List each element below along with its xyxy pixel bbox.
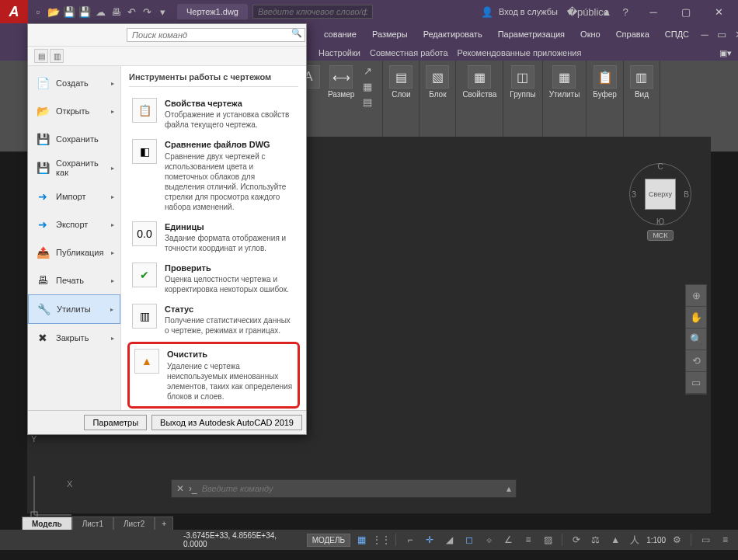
qat-dropdown-icon[interactable]: ▾ [155, 5, 169, 19]
command-line[interactable]: ✕ ›_ ▴ [171, 479, 517, 498]
nav-pan-icon[interactable]: ✋ [686, 307, 706, 329]
qat-saveas-icon[interactable]: 💾 [78, 5, 92, 19]
nav-wheel-icon[interactable]: ⊕ [686, 285, 706, 307]
menu-edit[interactable]: Редактировать [416, 26, 489, 42]
tab-sheet2[interactable]: Лист2 [113, 517, 155, 530]
cmd-close-icon[interactable]: ✕ [176, 483, 184, 494]
menu-item-new[interactable]: 📄Создать▸ [28, 69, 120, 97]
transparency-icon[interactable]: ▨ [540, 532, 556, 548]
menu-item-publish[interactable]: 📤Публикация▸ [28, 238, 120, 266]
ribbon-dimension-button[interactable]: ⟷Размер [326, 64, 356, 100]
ucs-label[interactable]: МСК [647, 230, 673, 241]
qat-plot-icon[interactable]: 🖶 [109, 5, 123, 19]
minimize-button[interactable]: ─ [637, 1, 670, 23]
login-service-link[interactable]: Вход в службы [499, 7, 558, 16]
signin-icon[interactable]: 👤 [480, 5, 494, 19]
lwt-icon[interactable]: ≡ [520, 532, 536, 548]
3dosnap-icon[interactable]: ⟐ [481, 532, 497, 548]
recent-docs-icon[interactable]: ▤ [34, 49, 48, 63]
table-icon[interactable]: ▦ [360, 79, 374, 93]
tab-add[interactable]: + [155, 517, 173, 530]
viewcube-face-top[interactable]: Сверху [645, 179, 676, 210]
anvis-icon[interactable]: 人 [627, 532, 643, 548]
grid-icon[interactable]: ▦ [353, 532, 370, 548]
customize-icon[interactable]: ≡ [717, 532, 733, 548]
otrack-icon[interactable]: ∠ [500, 532, 517, 548]
ribbon-collapse-icon[interactable]: ▣▾ [719, 48, 738, 58]
ribbon-view-button[interactable]: ▥Вид [628, 64, 655, 100]
ribbon-tab-featured[interactable]: Рекомендованные приложения [458, 48, 582, 57]
maximize-button[interactable]: ▢ [670, 1, 702, 23]
menu-item-saveas[interactable]: 💾Сохранить как▸ [28, 153, 120, 183]
qat-save-icon[interactable]: 💾 [62, 5, 76, 19]
tool-drawing-properties[interactable]: 📋 Свойства чертежаОтображение и установк… [129, 93, 298, 134]
app-logo[interactable]: A [0, 0, 28, 23]
exchange-icon[interactable]: �público [581, 5, 595, 19]
space-badge[interactable]: МОДЕЛЬ [307, 534, 350, 547]
menu-spds[interactable]: СПДС [658, 26, 696, 42]
exit-button[interactable]: Выход из Autodesk AutoCAD 2019 [151, 415, 302, 430]
sel-cycle-icon[interactable]: ⟳ [568, 532, 584, 548]
tool-status[interactable]: ▥ СтатусПолучение статистических данных … [129, 299, 298, 340]
ribbon-clipboard-button[interactable]: 📋Буфер [591, 64, 618, 100]
document-tab[interactable]: Чертеж1.dwg [177, 4, 248, 19]
keyword-search[interactable] [252, 5, 373, 19]
menu-draw[interactable]: сование [317, 26, 364, 42]
help-icon[interactable]: ? [618, 5, 632, 19]
scale-label[interactable]: 1:100 [646, 536, 666, 544]
menu-item-save[interactable]: 💾Сохранить [28, 125, 120, 153]
menu-item-utilities[interactable]: 🔧Утилиты▸ [28, 294, 120, 324]
iso-icon[interactable]: ◢ [441, 532, 458, 548]
nav-zoom-icon[interactable]: 🔍 [686, 329, 706, 350]
gear-icon[interactable]: ⚙ [669, 532, 685, 548]
menu-parametrize[interactable]: Параметризация [491, 26, 572, 42]
monitor-icon[interactable]: ▭ [697, 532, 713, 548]
menu-item-import[interactable]: ➜Импорт▸ [28, 183, 120, 210]
options-button[interactable]: Параметры [84, 415, 147, 430]
qat-open-icon[interactable]: 📂 [47, 5, 61, 19]
snap-icon[interactable]: ⋮⋮ [373, 532, 390, 548]
ribbon-block-button[interactable]: ▧Блок [424, 64, 451, 100]
qat-web-icon[interactable]: ☁ [93, 5, 107, 19]
osnap-icon[interactable]: ◻ [461, 532, 477, 548]
ribbon-properties-button[interactable]: ▦Свойства [461, 64, 498, 100]
ribbon-utilities-button[interactable]: ▦Утилиты [548, 64, 582, 100]
anscale-icon[interactable]: ⚖ [587, 532, 604, 548]
close-button[interactable]: ✕ [702, 1, 735, 23]
menu-dimensions[interactable]: Размеры [365, 26, 415, 42]
leader-icon[interactable]: ↗ [360, 64, 374, 78]
nav-orbit-icon[interactable]: ⟲ [686, 350, 706, 372]
qat-undo-icon[interactable]: ↶ [124, 5, 138, 19]
app-menu-search-input[interactable] [127, 28, 305, 42]
open-docs-icon[interactable]: ▥ [50, 49, 64, 63]
ribbon-groups-button[interactable]: ◫Группы [508, 64, 537, 100]
doc-close-icon[interactable]: ✕ [732, 27, 738, 41]
doc-max-icon[interactable]: ▭ [715, 27, 729, 41]
qat-new-icon[interactable]: ▫ [31, 5, 45, 19]
ribbon-tab-collab[interactable]: Совместная работа [370, 48, 448, 57]
anscale2-icon[interactable]: ▲ [607, 532, 624, 548]
menu-item-print[interactable]: 🖶Печать▸ [28, 266, 120, 294]
menu-item-open[interactable]: 📂Открыть▸ [28, 97, 120, 125]
field-icon[interactable]: ▤ [360, 95, 374, 109]
doc-min-icon[interactable]: ─ [698, 27, 712, 41]
menu-item-export[interactable]: ➜Экспорт▸ [28, 210, 120, 238]
ortho-icon[interactable]: ⌐ [402, 532, 418, 548]
ribbon-layers-button[interactable]: ▤Слои [388, 64, 414, 100]
tool-audit[interactable]: ✔ ПроверитьОценка целостности чертежа и … [129, 258, 298, 299]
app-store-icon[interactable]: ▲ [600, 5, 614, 19]
menu-help[interactable]: Справка [609, 26, 656, 42]
tab-model[interactable]: Модель [22, 517, 72, 530]
tab-sheet1[interactable]: Лист1 [72, 517, 113, 530]
keyword-search-input[interactable] [252, 5, 373, 19]
tool-units[interactable]: 0.0 ЕдиницыЗадание формата отображения и… [129, 217, 298, 258]
tool-purge[interactable]: ▲ ОчиститьУдаление с чертежа неиспользуе… [127, 342, 300, 408]
cmd-menu-icon[interactable]: ▴ [507, 483, 511, 494]
menu-window[interactable]: Окно [573, 26, 607, 42]
command-input[interactable] [202, 484, 502, 493]
menu-item-close[interactable]: ✖Закрыть▸ [28, 324, 120, 352]
qat-redo-icon[interactable]: ↷ [140, 5, 154, 19]
viewcube[interactable]: С Ю В З Сверху МСК [625, 163, 695, 256]
ribbon-tab-settings[interactable]: Настройки [319, 48, 360, 57]
polar-icon[interactable]: ✛ [422, 532, 438, 548]
